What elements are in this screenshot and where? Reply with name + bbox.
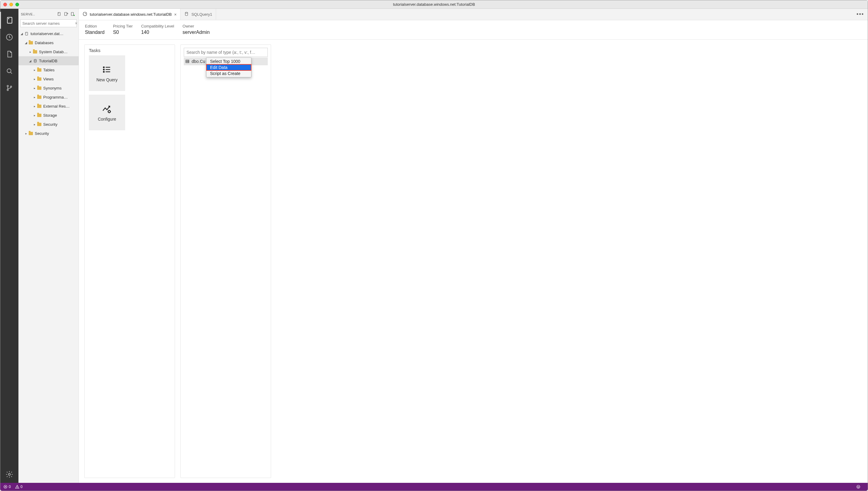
- tree-programmability[interactable]: ▸ Programma…: [19, 92, 79, 102]
- new-group-button[interactable]: [63, 11, 69, 17]
- window-maximize-button[interactable]: [16, 3, 19, 6]
- info-owner: Owner serverAdmin: [183, 24, 210, 35]
- tree-views[interactable]: ▸ Views: [19, 75, 79, 83]
- status-errors[interactable]: 0: [3, 485, 11, 489]
- server-add-icon: [63, 11, 69, 17]
- tree-server-security[interactable]: ▸ Security: [19, 129, 79, 138]
- svg-point-4: [7, 85, 8, 86]
- tab-label: SQLQuery1: [191, 12, 212, 17]
- server-search-box[interactable]: ×: [20, 19, 77, 27]
- active-connections-button[interactable]: [69, 11, 76, 17]
- menu-script-as-create[interactable]: Script as Create: [206, 70, 251, 77]
- tree-label: Programma…: [43, 95, 68, 99]
- svg-point-6: [10, 86, 11, 87]
- folder-icon: [36, 123, 42, 126]
- tree-label: System Datab…: [39, 50, 68, 54]
- list-icon: [101, 64, 113, 75]
- folder-icon: [36, 68, 42, 71]
- folder-icon: [36, 105, 42, 108]
- warning-icon: [15, 485, 19, 489]
- svg-rect-10: [65, 12, 67, 16]
- search-icon: [5, 67, 13, 75]
- svg-point-24: [17, 487, 17, 488]
- sidebar-header: SERVE..: [19, 9, 79, 19]
- tree-system-databases[interactable]: ▸ System Datab…: [19, 47, 79, 56]
- folder-icon: [28, 41, 34, 45]
- window-close-button[interactable]: [3, 3, 7, 6]
- trend-gear-icon: [101, 104, 113, 114]
- tree-external-resources[interactable]: ▸ External Res…: [19, 102, 79, 111]
- tree-label: Views: [43, 77, 54, 81]
- folder-icon: [36, 86, 42, 90]
- svg-point-21: [108, 110, 111, 113]
- status-warnings[interactable]: 0: [15, 485, 23, 489]
- server-plus-icon: [57, 11, 62, 17]
- window-title: tutorialserver.database.windows.net:Tuto…: [0, 2, 868, 7]
- status-feedback[interactable]: [856, 485, 861, 489]
- svg-point-9: [59, 13, 59, 13]
- editor-more-actions[interactable]: •••: [853, 9, 868, 20]
- svg-rect-11: [71, 12, 74, 16]
- activity-explorer[interactable]: [0, 46, 19, 63]
- svg-point-7: [8, 473, 10, 475]
- gear-icon: [5, 470, 13, 478]
- tree-tables[interactable]: ▸ Tables: [19, 65, 79, 75]
- activity-source-control[interactable]: [0, 80, 19, 96]
- menu-edit-data[interactable]: Edit Data: [206, 64, 251, 70]
- tab-sqlquery[interactable]: SQLQuery1: [180, 9, 216, 20]
- tasks-panel: Tasks New Query Configure: [84, 45, 175, 478]
- database-icon: [32, 59, 38, 63]
- folder-icon: [36, 114, 42, 117]
- svg-rect-13: [25, 32, 28, 35]
- tab-bar: tutorialserver.database.windows.net:Tuto…: [79, 9, 868, 20]
- sidebar: SERVE.. × ◢ tutorialserver: [19, 9, 79, 483]
- object-search-input[interactable]: [184, 48, 268, 57]
- svg-rect-22: [186, 60, 189, 63]
- tree-label: TutorialDB: [39, 59, 57, 63]
- folder-icon: [36, 95, 42, 99]
- folder-icon: [36, 78, 42, 81]
- tree-db-security[interactable]: ▸ Security: [19, 120, 79, 129]
- activity-settings[interactable]: [0, 466, 19, 483]
- status-bar: 0 0: [0, 483, 868, 491]
- tab-dashboard[interactable]: tutorialserver.database.windows.net:Tuto…: [79, 9, 180, 20]
- clock-icon: [5, 33, 13, 41]
- server-search-input[interactable]: [21, 21, 75, 26]
- tree-label: Synonyms: [43, 86, 62, 90]
- object-search-panel: dbo.Cu Select Top 1000 Edit Data Script …: [180, 45, 271, 478]
- svg-point-5: [7, 89, 8, 90]
- tile-label: Configure: [98, 117, 116, 121]
- svg-point-25: [857, 485, 860, 489]
- smiley-icon: [856, 485, 861, 489]
- new-connection-button[interactable]: [56, 11, 63, 17]
- tab-close-button[interactable]: ×: [174, 12, 177, 17]
- svg-point-15: [34, 59, 36, 60]
- tree-tutorialdb[interactable]: ◢ TutorialDB: [19, 56, 79, 65]
- window-minimize-button[interactable]: [9, 3, 13, 6]
- sidebar-header-label: SERVE..: [21, 12, 56, 16]
- task-new-query[interactable]: New Query: [89, 55, 125, 91]
- tree-label: External Res…: [43, 104, 69, 109]
- tree-databases-folder[interactable]: ◢ Databases: [19, 38, 79, 47]
- activity-search[interactable]: [0, 63, 19, 80]
- tree-label: Storage: [43, 113, 57, 118]
- svg-point-12: [74, 15, 75, 16]
- context-menu: Select Top 1000 Edit Data Script as Crea…: [206, 57, 251, 78]
- menu-select-top-1000[interactable]: Select Top 1000: [206, 58, 251, 64]
- svg-point-27: [859, 486, 859, 487]
- activity-bar: [0, 9, 19, 483]
- tree-server-node[interactable]: ◢ tutorialserver.dat…: [19, 29, 79, 38]
- file-icon: [5, 50, 13, 58]
- task-configure[interactable]: Configure: [89, 95, 125, 130]
- tile-label: New Query: [96, 78, 118, 82]
- tree-label: Security: [35, 131, 49, 136]
- activity-servers[interactable]: [0, 12, 19, 29]
- activity-history[interactable]: [0, 29, 19, 46]
- svg-point-3: [7, 69, 11, 73]
- tree-storage[interactable]: ▸ Storage: [19, 111, 79, 120]
- folder-icon: [28, 132, 34, 135]
- editor-area: tutorialserver.database.windows.net:Tuto…: [79, 9, 868, 483]
- tree-synonyms[interactable]: ▸ Synonyms: [19, 83, 79, 92]
- result-label: dbo.Cu: [191, 59, 205, 64]
- info-edition: Edition Standard: [85, 24, 104, 35]
